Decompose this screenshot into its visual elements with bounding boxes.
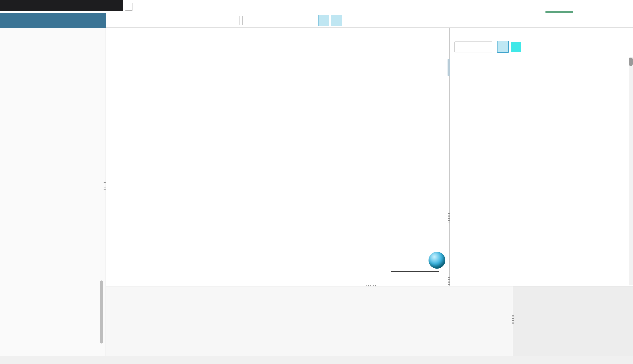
scene-viewport[interactable]: [106, 28, 449, 286]
orientation-sphere[interactable]: [428, 252, 445, 268]
camera-orbit-tool[interactable]: [318, 15, 329, 26]
paused-counter: [44, 16, 53, 25]
project-tree: [0, 28, 106, 356]
draw-plane-tool[interactable]: [356, 15, 366, 26]
look-dropdown[interactable]: [242, 16, 263, 25]
scene-toolbar: [106, 13, 633, 28]
active-connection-indicator: [545, 11, 573, 13]
cursor-icon: [332, 16, 341, 25]
crs-indicator[interactable]: [306, 357, 315, 363]
tree-scrollbar[interactable]: [100, 280, 103, 344]
top-bar: [0, 0, 633, 13]
code-indicator[interactable]: [455, 357, 463, 363]
app-header: [0, 0, 123, 11]
pause-icon: [45, 16, 53, 25]
box-options-chevron[interactable]: [314, 19, 318, 23]
lock-icon: [499, 42, 507, 51]
scene-layer-list: [106, 286, 513, 356]
arrow-up-icon: [32, 16, 40, 25]
depth-axis: [450, 28, 494, 286]
updown-arrows-icon: [592, 357, 599, 363]
screenshot-camera-icon[interactable]: [622, 15, 632, 26]
slicer-tool[interactable]: [277, 15, 287, 26]
core-strip-image[interactable]: [610, 57, 619, 286]
acceleration-indicator: [513, 357, 522, 363]
selection-panel: [513, 286, 633, 356]
status-bar: [0, 356, 633, 364]
aperture-icon: [319, 16, 328, 25]
axes-icon: [370, 357, 376, 363]
box-select-tool[interactable]: [303, 15, 314, 26]
pencil-icon: [455, 357, 461, 363]
scene-scrollbar[interactable]: [447, 59, 450, 76]
zscale-indicator[interactable]: [592, 357, 601, 363]
hamburger-menu-icon[interactable]: [3, 1, 12, 10]
chevron-down-icon: [23, 18, 27, 23]
sidebar-splitter-grip[interactable]: [104, 180, 106, 191]
highlight-colour-swatch[interactable]: [511, 42, 521, 52]
save-scene-button[interactable]: [110, 15, 120, 26]
monitor-icon: [513, 357, 520, 363]
rotate-plane-tool[interactable]: [266, 15, 276, 26]
scene-scale-bar: [391, 271, 439, 275]
processing-queue-icon[interactable]: [108, 1, 117, 10]
moving-plane-tool[interactable]: [292, 15, 302, 26]
select-tool[interactable]: [331, 15, 342, 26]
ruler-tool[interactable]: [367, 15, 378, 26]
draw-slicer-tool[interactable]: [345, 15, 355, 26]
tab-list-dropdown[interactable]: [125, 3, 133, 11]
borehole-image-panel: [450, 28, 633, 286]
splitter-grip[interactable]: [512, 314, 514, 325]
clear-scene-button[interactable]: [122, 15, 132, 26]
splitter-grip[interactable]: [448, 212, 450, 224]
panel-scroll-thumb[interactable]: [629, 58, 633, 66]
core-tray-photo-log[interactable]: [494, 57, 604, 286]
geological-model: [106, 28, 449, 286]
slicer-options-chevron[interactable]: [288, 19, 292, 23]
map-pin-icon: [306, 357, 313, 363]
project-tree-header: [0, 13, 106, 28]
axes-indicator[interactable]: [370, 357, 378, 363]
lock-scale-button[interactable]: [497, 41, 509, 53]
selection-status: [518, 289, 529, 297]
upload-counter: [31, 16, 40, 25]
processing-counter[interactable]: [13, 16, 27, 25]
clock-icon: [14, 16, 22, 25]
chevron-down-icon: [126, 4, 132, 10]
chevron-down-icon: [257, 18, 261, 22]
search-icon[interactable]: [57, 16, 65, 24]
pop-out-button[interactable]: [524, 42, 534, 52]
panel-scroll-track[interactable]: [629, 57, 633, 286]
properties-doc-icon: [518, 289, 525, 297]
panel-menu-kebab[interactable]: [626, 40, 633, 52]
